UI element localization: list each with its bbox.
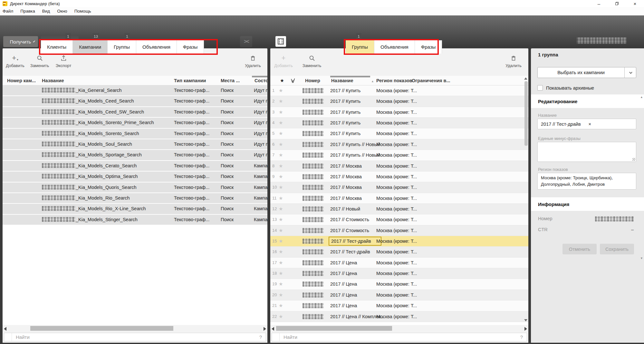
region-input[interactable]: Москва (кроме: Троицк, Щербинка), Долгоп…	[537, 173, 636, 190]
favorite-star-icon[interactable]: ★	[279, 247, 283, 257]
group-name-edit-cell[interactable]: 2017 // Тест-драйв	[329, 237, 381, 246]
table-row[interactable]: _Kia_Models_Optima_SearchТекстово-граф..…	[3, 172, 267, 182]
group-name-input[interactable]: 2017 // Тест-драйв ×	[537, 119, 636, 129]
right-search-input[interactable]: Найти ?	[272, 333, 527, 341]
favorite-star-icon[interactable]: ★	[279, 290, 283, 300]
table-row[interactable]: 19★2017 // ЦенаМосква (кроме: Т...	[270, 279, 528, 290]
get-button[interactable]: Получить	[3, 36, 38, 47]
favorite-star-icon[interactable]: ★	[279, 279, 283, 289]
tab-ads[interactable]: Объявления	[136, 40, 177, 54]
menu-view[interactable]: Вид	[39, 7, 53, 15]
table-row[interactable]: 6★2017 // Купить // НовыйМосква (кроме: …	[270, 139, 528, 150]
table-row[interactable]: 2★2017 // КупитьМосква (кроме: Т...	[270, 96, 528, 107]
table-row[interactable]: 11★2017 // МоскваМосква (кроме: Т...	[270, 193, 528, 204]
table-row[interactable]: _Kia_Models_Stinger_SearchТекстово-граф.…	[3, 215, 267, 225]
table-row[interactable]: _Kia_Models_Sportage_SearchТекстово-граф…	[3, 150, 267, 160]
scroll-down-arrow[interactable]	[524, 319, 527, 321]
dropdown-section[interactable]	[624, 67, 636, 78]
table-row[interactable]: 8★2017 // МоскваМосква (кроме: Т...	[270, 161, 528, 172]
close-button[interactable]: ×	[626, 0, 644, 7]
scroll-right-arrow[interactable]	[524, 327, 527, 331]
select-campaigns-button[interactable]: Выбрать их кампании	[537, 67, 636, 78]
table-row[interactable]: _Kia_Models_Ceed_SW_SearchТекстово-граф.…	[3, 107, 267, 117]
table-row[interactable]: 12★2017 // НовыйМосква (кроме: Т...	[270, 204, 528, 214]
favorite-star-icon[interactable]: ★	[279, 85, 283, 96]
table-row[interactable]: 22★2017 // Цена // Комплек...Москва (кро…	[270, 311, 528, 322]
table-row[interactable]: 21★2017 // ЦенаМосква (кроме: Т...	[270, 300, 528, 311]
favorite-star-icon[interactable]: ★	[279, 214, 283, 225]
show-archived-checkbox[interactable]	[537, 85, 543, 91]
status-column-header[interactable]	[290, 78, 296, 84]
favorite-star-icon[interactable]: ★	[279, 268, 283, 279]
sidebar-scroll-down-icon[interactable]: ▼	[640, 257, 643, 260]
column-header-number[interactable]: Номер кам...	[7, 76, 36, 85]
table-row[interactable]: _Kia_Models_Rio_SearchТекстово-граф...По…	[3, 193, 267, 203]
delete-button[interactable]: Удалить	[241, 53, 265, 68]
scroll-right-arrow[interactable]	[264, 327, 266, 331]
table-row[interactable]: 3★2017 // КупитьМосква (кроме: Т...	[270, 107, 528, 118]
tab-right-groups[interactable]: Группы	[346, 40, 374, 54]
favorite-star-icon[interactable]: ★	[279, 236, 283, 246]
sidebar-scroll-up-icon[interactable]: ▲	[640, 95, 643, 99]
table-row[interactable]: _Kia_Models_Sorento_Prime_SearchТекстово…	[3, 118, 267, 128]
favorite-star-icon[interactable]: ★	[279, 96, 283, 106]
column-header-name[interactable]: Название	[42, 76, 64, 85]
favorite-star-icon[interactable]: ★	[279, 107, 283, 117]
favorite-star-icon[interactable]: ★	[279, 311, 283, 322]
delete-button[interactable]: Удалить	[502, 53, 525, 68]
column-header-status[interactable]: Состо	[255, 76, 267, 85]
replace-button[interactable]: Заменить	[300, 53, 324, 68]
favorite-star-icon[interactable]: ★	[279, 161, 283, 171]
table-row[interactable]: 7★2017 // Купить // НовыйМосква (кроме: …	[270, 150, 528, 161]
tab-campaigns[interactable]: Кампании	[73, 40, 108, 54]
menu-edit[interactable]: Правка	[17, 7, 39, 15]
search-filter-cell[interactable]	[4, 333, 12, 341]
table-row[interactable]: 13★2017 // СтоимостьМосква (кроме: Т...	[270, 214, 528, 225]
collapse-panels-icon[interactable]: ><	[240, 36, 252, 47]
favorite-star-icon[interactable]: ★	[279, 118, 283, 128]
table-row[interactable]: _Kia_Models_Rio_X-Line_SearchТекстово-гр…	[3, 204, 267, 214]
scrollbar-thumb[interactable]	[30, 326, 173, 331]
scroll-left-arrow[interactable]	[272, 327, 274, 331]
columns-view-button[interactable]	[275, 36, 286, 47]
minus-phrases-textarea[interactable]	[537, 142, 636, 162]
favorite-star-icon[interactable]: ★	[279, 182, 283, 192]
favorite-star-icon[interactable]: ★	[279, 150, 283, 160]
table-row[interactable]: 20★2017 // ЦенаМосква (кроме: Т...	[270, 290, 528, 300]
tab-clients[interactable]: Клиенты	[41, 40, 73, 54]
menu-help[interactable]: Помощь	[71, 7, 95, 15]
export-button[interactable]: Экспорт	[52, 53, 75, 68]
column-header-region[interactable]: Регион показов	[376, 76, 412, 85]
minimize-button[interactable]: –	[590, 0, 608, 7]
menu-file[interactable]: Файл	[0, 7, 17, 15]
scroll-left-arrow[interactable]	[4, 327, 6, 331]
tab-right-phrases[interactable]: Фразы	[415, 40, 442, 54]
favorite-star-icon[interactable]: ★	[279, 225, 283, 236]
resize-grip-icon[interactable]	[632, 158, 635, 161]
favorite-star-icon[interactable]: ★	[279, 258, 283, 268]
table-row[interactable]: _Kia_General_SearchТекстово-граф...Поиск…	[3, 85, 267, 95]
tab-right-ads[interactable]: Объявления	[374, 40, 415, 54]
cancel-button[interactable]: Отменить	[562, 244, 597, 254]
search-help-icon[interactable]: ?	[259, 334, 262, 340]
favorite-star-icon[interactable]: ★	[279, 193, 283, 203]
tab-phrases[interactable]: Фразы	[177, 40, 204, 54]
add-button[interactable]: + Добавить	[272, 53, 295, 68]
table-row[interactable]: 16★2017 // Тест-драйвМосква (кроме: Т...	[270, 247, 528, 257]
right-horizontal-scrollbar[interactable]	[270, 325, 528, 332]
table-row[interactable]: 5★2017 // КупитьМосква (кроме: Т...	[270, 128, 528, 139]
favorite-star-icon[interactable]: ★	[279, 204, 283, 214]
table-row[interactable]: 18★2017 // ЦенаМосква (кроме: Т...	[270, 268, 528, 279]
tab-groups[interactable]: Группы	[108, 40, 136, 54]
column-header-places[interactable]: Места ...	[221, 76, 240, 85]
left-search-input[interactable]: Найти ?	[4, 333, 266, 341]
replace-button[interactable]: Заменить	[28, 53, 52, 68]
clear-icon[interactable]: ×	[589, 122, 633, 127]
column-header-number[interactable]: Номер	[305, 76, 320, 85]
vertical-scrollbar-thumb[interactable]	[524, 81, 528, 146]
favorite-star-icon[interactable]: ★	[279, 139, 283, 150]
blurred-account-name[interactable]	[577, 37, 627, 44]
favorite-star-icon[interactable]: ★	[279, 128, 283, 139]
favorite-star-icon[interactable]: ★	[279, 300, 283, 311]
save-button[interactable]: Сохранить	[600, 244, 634, 254]
